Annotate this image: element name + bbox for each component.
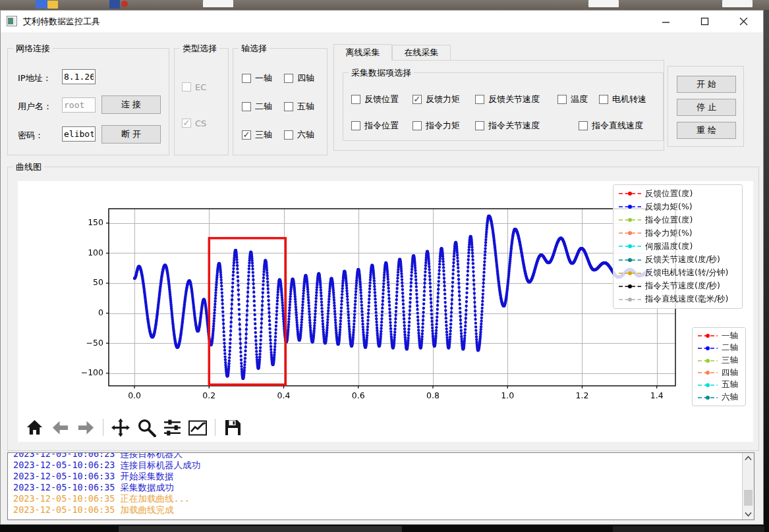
zoom-button[interactable] [136, 417, 156, 437]
log-scrollbar[interactable] [742, 453, 754, 519]
zoom-icon [137, 418, 156, 437]
checkbox-box [475, 95, 484, 104]
legend-line-marker-icon [619, 217, 641, 223]
scrollbar-thumb[interactable] [744, 490, 753, 506]
desktop-icon [109, 0, 120, 9]
configure-subplots-button[interactable] [162, 417, 182, 437]
desktop-bottom-strip [0, 525, 769, 532]
checkbox-box [182, 82, 191, 92]
checkbox-box [475, 121, 484, 130]
password-input[interactable] [62, 126, 96, 142]
checkbox-box [599, 95, 608, 104]
checkbox-axis-4[interactable]: 四轴 [284, 73, 314, 84]
legend-entry: 反馈电机转速(转/分钟) [619, 267, 738, 279]
close-button[interactable] [728, 13, 758, 30]
check-icon [183, 120, 190, 127]
tab-online-collect[interactable]: 在线采集 [392, 45, 451, 61]
checkbox-box [413, 121, 422, 130]
checkbox-command-linear-speed[interactable]: 指令直线速度 [579, 120, 643, 131]
legend-entry: 三轴 [698, 355, 741, 366]
desktop-right-strip [764, 10, 769, 525]
username-input[interactable] [62, 97, 96, 113]
edit-axes-button[interactable] [188, 417, 208, 437]
checkbox-temperature[interactable]: 温度 [557, 94, 588, 105]
checkbox-feedback-position[interactable]: 反馈位置 [351, 94, 399, 105]
legend-label: 指令力矩(%) [645, 228, 693, 239]
legend-line-marker-icon [619, 243, 641, 250]
app-window: 艾利特数据监控工具 网络连接 IP地址： 用户名： 连 接 密码： 断 开 类型… [0, 10, 764, 525]
checkbox-command-position[interactable]: 指令位置 [351, 120, 399, 131]
legend-entry: 六轴 [698, 392, 741, 403]
maximize-icon [700, 17, 709, 26]
disconnect-button[interactable]: 断 开 [101, 125, 161, 144]
checkbox-type-ec[interactable]: EC [182, 82, 206, 92]
line-chart-icon [188, 418, 208, 437]
checkbox-command-torque[interactable]: 指令力矩 [413, 120, 460, 131]
checkbox-feedback-joint-speed[interactable]: 反馈关节速度 [475, 94, 540, 105]
check-icon [414, 96, 421, 103]
legend-line-marker-icon [619, 190, 641, 197]
legend-line-marker-icon [619, 203, 641, 210]
save-button[interactable] [223, 417, 242, 437]
checkbox-label: 反馈位置 [364, 93, 399, 105]
plot-group: 曲线图 反馈位置(度)反馈力矩(%)指令位置(度)指令力矩(%)伺服温度(度)反… [7, 167, 759, 451]
pan-button[interactable] [111, 417, 130, 437]
legend-entry: 五轴 [698, 379, 741, 390]
checkbox-label: 指令直线速度 [592, 120, 643, 132]
checkbox-axis-3[interactable]: 三轴 [242, 130, 272, 140]
collect-items-group: 采集数据项选择 反馈位置 反馈力矩 反馈关节速度 温度 电机转速 [343, 72, 664, 141]
username-label: 用户名： [18, 101, 52, 113]
actions-group: 开 始 停 止 重 绘 [668, 66, 744, 147]
checkbox-label: 指令关节速度 [488, 120, 540, 132]
toolbar-separator [215, 419, 215, 436]
checkbox-label: 温度 [571, 93, 588, 105]
scroll-up-button[interactable] [743, 453, 754, 464]
ip-input[interactable] [62, 69, 96, 84]
plot-toolbar [18, 413, 753, 442]
plot-group-label: 曲线图 [13, 161, 44, 173]
checkbox-label: 反馈力矩 [426, 93, 460, 105]
maximize-button[interactable] [689, 13, 720, 30]
tab-offline-collect[interactable]: 离线采集 [333, 44, 392, 61]
checkbox-label: 指令力矩 [426, 120, 460, 132]
log-line: 2023-12-05-10:06:33 开始采集数据 [13, 471, 200, 482]
checkbox-axis-1[interactable]: 一轴 [242, 73, 272, 84]
tab-label: 在线采集 [405, 47, 439, 59]
checkbox-feedback-torque[interactable]: 反馈力矩 [413, 94, 460, 105]
back-button[interactable] [50, 417, 70, 437]
check-icon [243, 132, 250, 139]
legend-label: 反馈位置(度) [645, 188, 693, 200]
close-icon [739, 17, 748, 26]
legend-main: 反馈位置(度)反馈力矩(%)指令位置(度)指令力矩(%)伺服温度(度)反馈关节速… [613, 184, 743, 309]
checkbox-axis-6[interactable]: 六轴 [284, 130, 314, 140]
title-bar: 艾利特数据监控工具 [1, 11, 763, 32]
minimize-button[interactable] [650, 13, 681, 30]
checkbox-box [351, 95, 360, 104]
save-icon [223, 418, 242, 437]
connect-button[interactable]: 连 接 [101, 95, 161, 114]
legend-label: 一轴 [722, 331, 738, 342]
checkbox-axis-2[interactable]: 二轴 [242, 101, 272, 112]
redraw-button[interactable]: 重 绘 [677, 122, 736, 139]
checkbox-motor-speed[interactable]: 电机转速 [599, 94, 646, 105]
scroll-down-button[interactable] [743, 509, 754, 519]
home-button[interactable] [24, 417, 44, 437]
forward-button[interactable] [76, 417, 96, 437]
legend-entry: 二轴 [698, 342, 741, 354]
log-area[interactable]: 2023-12-05-10:06:23 连接目标机器人2023-12-05-10… [7, 452, 755, 520]
checkbox-axis-5[interactable]: 五轴 [284, 101, 314, 112]
legend-entry: 指令直线速度(毫米/秒) [619, 294, 738, 305]
stop-button[interactable]: 停 止 [677, 99, 736, 116]
legend-label: 三轴 [722, 355, 738, 366]
log-lines: 2023-12-05-10:06:23 连接目标机器人2023-12-05-10… [13, 452, 200, 516]
back-arrow-icon [51, 419, 70, 437]
plot-canvas-area: 反馈位置(度)反馈力矩(%)指令位置(度)指令力矩(%)伺服温度(度)反馈关节速… [18, 181, 753, 413]
start-button[interactable]: 开 始 [677, 76, 736, 93]
legend-line-marker-icon [619, 230, 641, 236]
legend-entry: 反馈关节速度(度/秒) [619, 254, 738, 265]
legend-entry: 伺服温度(度) [619, 241, 738, 252]
checkbox-label: 电机转速 [612, 93, 646, 105]
checkbox-type-cs[interactable]: CS [182, 118, 206, 128]
chevron-down-icon [745, 512, 752, 517]
checkbox-command-joint-speed[interactable]: 指令关节速度 [475, 120, 540, 131]
